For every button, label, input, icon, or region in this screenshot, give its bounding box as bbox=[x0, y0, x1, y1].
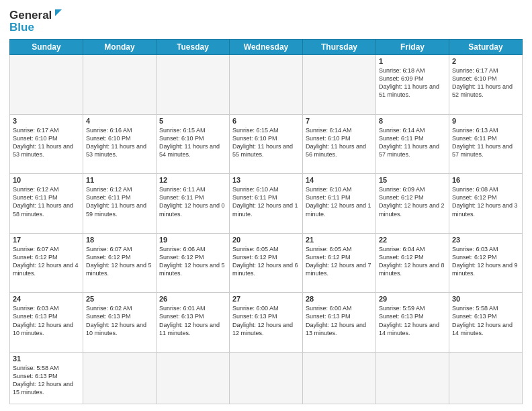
calendar-cell bbox=[10, 55, 83, 115]
day-info: Sunrise: 6:16 AM Sunset: 6:10 PM Dayligh… bbox=[86, 126, 153, 159]
day-info: Sunrise: 6:03 AM Sunset: 6:12 PM Dayligh… bbox=[452, 245, 519, 278]
day-number: 15 bbox=[379, 176, 446, 184]
calendar-cell: 20Sunrise: 6:05 AM Sunset: 6:12 PM Dayli… bbox=[230, 233, 303, 293]
header: GeneralBlue bbox=[9, 7, 523, 35]
day-info: Sunrise: 6:07 AM Sunset: 6:12 PM Dayligh… bbox=[86, 245, 153, 278]
day-info: Sunrise: 6:03 AM Sunset: 6:13 PM Dayligh… bbox=[13, 304, 80, 337]
day-number: 28 bbox=[306, 295, 373, 303]
calendar-cell: 25Sunrise: 6:02 AM Sunset: 6:13 PM Dayli… bbox=[83, 293, 157, 353]
calendar-cell bbox=[157, 352, 230, 404]
day-info: Sunrise: 6:14 AM Sunset: 6:11 PM Dayligh… bbox=[379, 126, 446, 159]
calendar-cell: 24Sunrise: 6:03 AM Sunset: 6:13 PM Dayli… bbox=[10, 293, 83, 353]
day-header-saturday: Saturday bbox=[449, 40, 523, 55]
calendar-cell: 30Sunrise: 5:58 AM Sunset: 6:13 PM Dayli… bbox=[449, 293, 523, 353]
calendar-cell: 15Sunrise: 6:09 AM Sunset: 6:12 PM Dayli… bbox=[376, 174, 449, 234]
day-number: 6 bbox=[232, 117, 300, 125]
day-info: Sunrise: 6:06 AM Sunset: 6:12 PM Dayligh… bbox=[159, 245, 226, 278]
day-info: Sunrise: 6:12 AM Sunset: 6:11 PM Dayligh… bbox=[86, 185, 153, 218]
calendar-cell: 4Sunrise: 6:16 AM Sunset: 6:10 PM Daylig… bbox=[83, 114, 157, 174]
calendar-cell: 7Sunrise: 6:14 AM Sunset: 6:10 PM Daylig… bbox=[303, 114, 376, 174]
day-info: Sunrise: 6:09 AM Sunset: 6:12 PM Dayligh… bbox=[379, 185, 446, 218]
day-info: Sunrise: 6:00 AM Sunset: 6:13 PM Dayligh… bbox=[232, 304, 300, 337]
day-info: Sunrise: 6:04 AM Sunset: 6:12 PM Dayligh… bbox=[379, 245, 446, 278]
logo-svg: GeneralBlue bbox=[9, 7, 63, 35]
calendar-cell: 23Sunrise: 6:03 AM Sunset: 6:12 PM Dayli… bbox=[449, 233, 523, 293]
calendar-cell: 1Sunrise: 6:18 AM Sunset: 6:09 PM Daylig… bbox=[376, 55, 449, 115]
svg-marker-2 bbox=[55, 9, 62, 16]
calendar-cell bbox=[83, 55, 157, 115]
day-info: Sunrise: 6:12 AM Sunset: 6:11 PM Dayligh… bbox=[13, 185, 80, 218]
day-number: 24 bbox=[13, 295, 80, 303]
day-number: 23 bbox=[452, 236, 519, 244]
day-number: 13 bbox=[232, 176, 300, 184]
day-info: Sunrise: 6:00 AM Sunset: 6:13 PM Dayligh… bbox=[306, 304, 373, 337]
day-number: 25 bbox=[86, 295, 153, 303]
day-header-friday: Friday bbox=[376, 40, 449, 55]
day-number: 22 bbox=[379, 236, 446, 244]
calendar-cell: 14Sunrise: 6:10 AM Sunset: 6:11 PM Dayli… bbox=[303, 174, 376, 234]
calendar-cell: 8Sunrise: 6:14 AM Sunset: 6:11 PM Daylig… bbox=[376, 114, 449, 174]
calendar-cell: 11Sunrise: 6:12 AM Sunset: 6:11 PM Dayli… bbox=[83, 174, 157, 234]
calendar-cell bbox=[303, 55, 376, 115]
day-header-thursday: Thursday bbox=[303, 40, 376, 55]
svg-text:General: General bbox=[9, 9, 52, 21]
calendar-cell: 13Sunrise: 6:10 AM Sunset: 6:11 PM Dayli… bbox=[230, 174, 303, 234]
day-number: 10 bbox=[13, 176, 80, 184]
day-info: Sunrise: 6:10 AM Sunset: 6:11 PM Dayligh… bbox=[232, 185, 300, 218]
logo: GeneralBlue bbox=[9, 7, 63, 35]
svg-text:Blue: Blue bbox=[9, 21, 34, 34]
day-number: 8 bbox=[379, 117, 446, 125]
calendar-cell: 18Sunrise: 6:07 AM Sunset: 6:12 PM Dayli… bbox=[83, 233, 157, 293]
day-number: 16 bbox=[452, 176, 519, 184]
calendar-cell: 12Sunrise: 6:11 AM Sunset: 6:11 PM Dayli… bbox=[157, 174, 230, 234]
calendar-cell bbox=[157, 55, 230, 115]
day-number: 17 bbox=[13, 236, 80, 244]
calendar-cell: 21Sunrise: 6:05 AM Sunset: 6:12 PM Dayli… bbox=[303, 233, 376, 293]
calendar-cell: 28Sunrise: 6:00 AM Sunset: 6:13 PM Dayli… bbox=[303, 293, 376, 353]
day-number: 11 bbox=[86, 176, 153, 184]
calendar-table: SundayMondayTuesdayWednesdayThursdayFrid… bbox=[9, 39, 523, 404]
day-number: 3 bbox=[13, 117, 80, 125]
day-info: Sunrise: 5:58 AM Sunset: 6:13 PM Dayligh… bbox=[13, 364, 80, 397]
calendar-cell: 3Sunrise: 6:17 AM Sunset: 6:10 PM Daylig… bbox=[10, 114, 83, 174]
calendar-cell: 29Sunrise: 5:59 AM Sunset: 6:13 PM Dayli… bbox=[376, 293, 449, 353]
day-number: 19 bbox=[159, 236, 226, 244]
day-info: Sunrise: 6:08 AM Sunset: 6:12 PM Dayligh… bbox=[452, 185, 519, 218]
day-number: 18 bbox=[86, 236, 153, 244]
day-number: 20 bbox=[232, 236, 300, 244]
week-row-3: 10Sunrise: 6:12 AM Sunset: 6:11 PM Dayli… bbox=[10, 174, 523, 234]
calendar-cell: 10Sunrise: 6:12 AM Sunset: 6:11 PM Dayli… bbox=[10, 174, 83, 234]
day-number: 21 bbox=[306, 236, 373, 244]
day-header-sunday: Sunday bbox=[10, 40, 83, 55]
day-info: Sunrise: 6:13 AM Sunset: 6:11 PM Dayligh… bbox=[452, 126, 519, 159]
day-info: Sunrise: 5:58 AM Sunset: 6:13 PM Dayligh… bbox=[452, 304, 519, 337]
calendar-cell: 5Sunrise: 6:15 AM Sunset: 6:10 PM Daylig… bbox=[157, 114, 230, 174]
day-info: Sunrise: 6:05 AM Sunset: 6:12 PM Dayligh… bbox=[306, 245, 373, 278]
day-number: 4 bbox=[86, 117, 153, 125]
day-number: 26 bbox=[159, 295, 226, 303]
day-number: 2 bbox=[452, 57, 519, 65]
day-info: Sunrise: 5:59 AM Sunset: 6:13 PM Dayligh… bbox=[379, 304, 446, 337]
day-info: Sunrise: 6:17 AM Sunset: 6:10 PM Dayligh… bbox=[13, 126, 80, 159]
day-info: Sunrise: 6:15 AM Sunset: 6:10 PM Dayligh… bbox=[232, 126, 300, 159]
calendar-cell: 17Sunrise: 6:07 AM Sunset: 6:12 PM Dayli… bbox=[10, 233, 83, 293]
calendar-cell bbox=[230, 352, 303, 404]
calendar-cell bbox=[449, 352, 523, 404]
day-info: Sunrise: 6:02 AM Sunset: 6:13 PM Dayligh… bbox=[86, 304, 153, 337]
day-number: 9 bbox=[452, 117, 519, 125]
day-header-wednesday: Wednesday bbox=[230, 40, 303, 55]
calendar-cell bbox=[230, 55, 303, 115]
calendar-cell: 2Sunrise: 6:17 AM Sunset: 6:10 PM Daylig… bbox=[449, 55, 523, 115]
day-number: 29 bbox=[379, 295, 446, 303]
week-row-1: 1Sunrise: 6:18 AM Sunset: 6:09 PM Daylig… bbox=[10, 55, 523, 115]
week-row-2: 3Sunrise: 6:17 AM Sunset: 6:10 PM Daylig… bbox=[10, 114, 523, 174]
calendar-cell: 27Sunrise: 6:00 AM Sunset: 6:13 PM Dayli… bbox=[230, 293, 303, 353]
day-info: Sunrise: 6:18 AM Sunset: 6:09 PM Dayligh… bbox=[379, 66, 446, 99]
calendar-cell: 22Sunrise: 6:04 AM Sunset: 6:12 PM Dayli… bbox=[376, 233, 449, 293]
day-number: 30 bbox=[452, 295, 519, 303]
week-row-6: 31Sunrise: 5:58 AM Sunset: 6:13 PM Dayli… bbox=[10, 352, 523, 404]
calendar-cell: 31Sunrise: 5:58 AM Sunset: 6:13 PM Dayli… bbox=[10, 352, 83, 404]
week-row-4: 17Sunrise: 6:07 AM Sunset: 6:12 PM Dayli… bbox=[10, 233, 523, 293]
day-info: Sunrise: 6:07 AM Sunset: 6:12 PM Dayligh… bbox=[13, 245, 80, 278]
day-number: 5 bbox=[159, 117, 226, 125]
